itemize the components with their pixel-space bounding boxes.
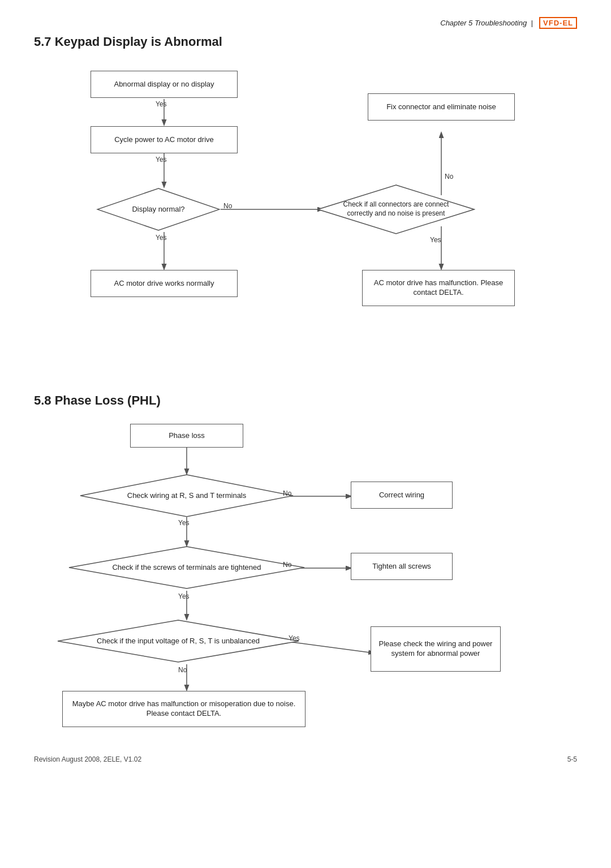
check-wiring-diamond: Check wiring at R, S and T terminals [79,474,294,518]
flowchart-1: Abnormal display or no display Yes Cycle… [34,59,577,376]
label-no-display: No [223,202,232,210]
brand-badge: VFD-EL [539,17,577,29]
footer-left: Revision August 2008, 2ELE, V1.02 [34,755,141,763]
malfunction2-box: Maybe AC motor drive has malfunction or … [62,691,306,727]
start-box-1: Abnormal display or no display [91,71,238,98]
label-no-screws: No [283,561,291,569]
label-yes1: Yes [156,100,167,108]
label-no-voltage: No [178,666,187,674]
flowchart-2: Phase loss Check wiring at R, S and T te… [34,418,577,741]
display-normal-diamond: Display normal? [96,187,221,231]
label-no-wiring: No [283,489,291,497]
label-no-connectors: No [445,173,453,181]
header: Chapter 5 Troubleshooting | VFD-EL [34,17,577,29]
check-screws-diamond: Check if the screws of terminals are tig… [68,545,306,590]
works-normally-box: AC motor drive works normally [91,270,238,297]
footer-right: 5-5 [567,755,577,763]
label-yes-connectors: Yes [430,236,441,244]
page: Chapter 5 Troubleshooting | VFD-EL 5.7 K… [0,0,611,780]
check-connectors-diamond: Check if all connectors are connect corr… [317,184,475,235]
phase-loss-box: Phase loss [130,424,243,448]
fix-connector-box: Fix connector and eliminate noise [368,93,515,121]
section-title-1: 5.7 Keypad Display is Abnormal [34,35,577,49]
tighten-screws-box: Tighten all screws [351,553,453,580]
check-voltage-diamond: Check if the input voltage of R, S, T is… [57,619,300,663]
footer: Revision August 2008, 2ELE, V1.02 5-5 [34,755,577,763]
correct-wiring-box: Correct wiring [351,482,453,509]
section-title-2: 5.8 Phase Loss (PHL) [34,393,577,408]
chapter-label: Chapter 5 Troubleshooting [440,19,527,27]
label-yes-down: Yes [156,234,167,242]
cycle-power-box: Cycle power to AC motor drive [91,126,238,153]
label-yes-screws: Yes [178,592,190,600]
label-yes-wiring: Yes [178,519,190,527]
check-power-box: Please check the wiring and power system… [371,626,501,672]
label-yes-before-diamond: Yes [156,156,167,164]
malfunction-box: AC motor drive has malfunction. Please c… [362,270,515,306]
label-yes-voltage: Yes [289,634,300,642]
